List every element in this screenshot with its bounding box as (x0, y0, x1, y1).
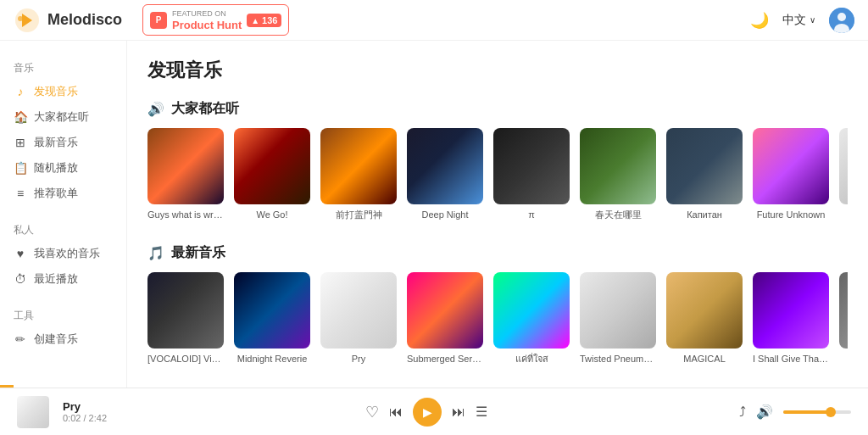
sidebar-label-favorites: 我喜欢的音乐 (34, 246, 100, 261)
latest-section-title: 最新音乐 (171, 244, 225, 262)
language-selector[interactable]: 中文 ∨ (782, 13, 815, 28)
popular-section: 🔊 大家都在听 Guys what is wro... We Go! 前打盖門神 (147, 100, 848, 220)
product-hunt-badge[interactable]: P FEATURED ON Product Hunt ▲ 136 (142, 4, 289, 36)
list-item[interactable]: My Pain (839, 128, 848, 220)
queue-button[interactable]: ☰ (476, 404, 487, 420)
music-title: 春天在哪里 (580, 209, 656, 220)
list-item[interactable]: แค่ที่ใจส (493, 272, 570, 365)
ph-text: FEATURED ON Product Hunt (172, 8, 242, 32)
sidebar-item-recent[interactable]: ⏱ 最近播放 (0, 266, 126, 292)
list-item[interactable]: We Go! (234, 128, 310, 220)
list-item[interactable]: MAGICAL (666, 272, 743, 365)
list-item[interactable]: 春天在哪里 (580, 128, 656, 220)
latest-section-header: 🎵 最新音乐 (147, 244, 848, 262)
music-title: Future Unknown (753, 209, 829, 220)
music-title: π (493, 209, 570, 220)
list-item[interactable]: Midnight Reverie (234, 272, 310, 365)
sidebar-label-popular: 大家都在听 (34, 109, 89, 125)
music-title: [VOCALOID] Virt... (147, 353, 224, 365)
list-item[interactable]: 我的五速障 (839, 272, 848, 365)
music-title: Капитан (666, 209, 743, 220)
music-cover (666, 272, 743, 349)
sidebar-item-favorites[interactable]: ♥ 我喜欢的音乐 (0, 241, 126, 266)
sidebar-divider-2 (0, 292, 126, 302)
music-cover (147, 128, 224, 204)
tools-section-title: 工具 (0, 302, 126, 326)
music-title: Deep Night (407, 209, 483, 220)
sidebar-item-latest[interactable]: ⊞ 最新音乐 (0, 130, 126, 155)
music-title: MAGICAL (666, 353, 743, 365)
latest-section-icon: 🎵 (147, 245, 164, 261)
music-cover (753, 128, 829, 204)
volume-slider-track[interactable] (783, 410, 851, 414)
list-item[interactable]: [VOCALOID] Virt... (147, 272, 224, 365)
music-cover (320, 272, 397, 349)
music-cover (753, 272, 829, 349)
volume-control (783, 410, 851, 414)
grid-icon: ⊞ (14, 136, 27, 149)
music-title: Midnight Reverie (234, 353, 310, 365)
music-cover (580, 128, 656, 204)
player-time: 0:02 / 2:42 (63, 413, 114, 423)
music-title: Twisted Pneumat... (580, 353, 656, 365)
music-title: Pry (320, 353, 397, 365)
music-cover (320, 128, 397, 204)
list-item[interactable]: Pry (320, 272, 397, 365)
favorite-button[interactable]: ♡ (365, 403, 379, 421)
sidebar-label-create: 创建音乐 (34, 332, 78, 347)
list-item[interactable]: I Shall Give Than... (753, 272, 829, 365)
music-cover (666, 128, 743, 204)
music-note-icon: ♪ (14, 85, 27, 98)
music-title: 我的五速障 (839, 353, 848, 365)
skip-forward-button[interactable]: ⏭ (452, 404, 465, 420)
avatar[interactable] (829, 8, 854, 33)
list-icon: ≡ (14, 187, 27, 200)
page-title: 发现音乐 (147, 58, 848, 83)
list-item[interactable]: Deep Night (407, 128, 483, 220)
music-title: My Pain (839, 209, 848, 220)
list-item[interactable]: Submerged Sere... (407, 272, 483, 365)
list-item[interactable]: 前打盖門神 (320, 128, 397, 220)
volume-button[interactable]: 🔊 (756, 404, 773, 420)
sidebar-label-playlist: 推荐歌单 (34, 186, 78, 201)
play-pause-button[interactable]: ▶ (413, 398, 442, 427)
create-icon: ✏ (14, 332, 27, 346)
music-cover (839, 128, 848, 204)
latest-section: 🎵 最新音乐 [VOCALOID] Virt... Midnight Rever… (147, 244, 848, 365)
ph-count: ▲ 136 (247, 14, 281, 27)
music-cover (147, 272, 224, 349)
home-icon: 🏠 (14, 110, 27, 124)
list-item[interactable]: Future Unknown (753, 128, 829, 220)
player-cover (17, 396, 49, 428)
sidebar-label-recent: 最近播放 (34, 271, 78, 287)
moon-icon[interactable]: 🌙 (750, 11, 769, 30)
list-item[interactable]: π (493, 128, 570, 220)
sidebar-item-playlist[interactable]: ≡ 推荐歌单 (0, 181, 126, 206)
music-title: Guys what is wro... (147, 209, 224, 220)
music-cover (493, 128, 570, 204)
music-cover (580, 272, 656, 349)
music-title: แค่ที่ใจส (493, 353, 570, 365)
list-item[interactable]: Twisted Pneumat... (580, 272, 656, 365)
music-cover (407, 272, 483, 349)
main-content: 发现音乐 🔊 大家都在听 Guys what is wro... We Go! … (127, 41, 868, 388)
music-title: I Shall Give Than... (753, 353, 829, 365)
header: Melodisco P FEATURED ON Product Hunt ▲ 1… (0, 0, 868, 41)
latest-music-grid: [VOCALOID] Virt... Midnight Reverie Pry … (147, 272, 848, 365)
sidebar-item-create[interactable]: ✏ 创建音乐 (0, 326, 126, 352)
logo: Melodisco (14, 7, 132, 34)
clock-icon: ⏱ (14, 272, 27, 286)
sidebar-label-discover: 发现音乐 (34, 84, 78, 99)
list-item[interactable]: Guys what is wro... (147, 128, 224, 220)
sidebar-item-discover[interactable]: ♪ 发现音乐 (0, 79, 126, 104)
music-section-title: 音乐 (0, 54, 126, 79)
music-title: 前打盖門神 (320, 209, 397, 220)
sidebar-item-popular[interactable]: 🏠 大家都在听 (0, 104, 126, 130)
app-container: 音乐 ♪ 发现音乐 🏠 大家都在听 ⊞ 最新音乐 📋 随机播放 ≡ 推荐歌单 私… (0, 41, 868, 388)
sidebar-item-random[interactable]: 📋 随机播放 (0, 155, 126, 181)
logo-text: Melodisco (47, 11, 122, 29)
share-button[interactable]: ⤴ (739, 404, 746, 420)
list-item[interactable]: Капитан (666, 128, 743, 220)
music-title: We Go! (234, 209, 310, 220)
skip-back-button[interactable]: ⏮ (389, 404, 403, 420)
